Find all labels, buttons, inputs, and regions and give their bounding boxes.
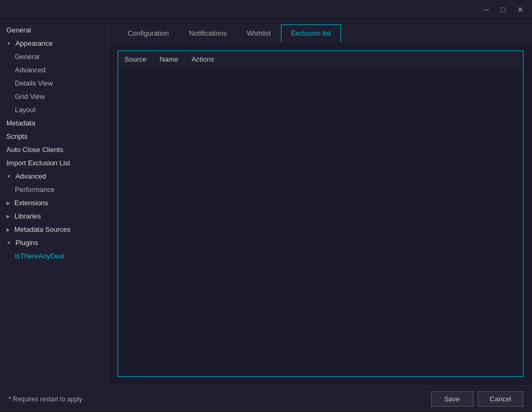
col-header-source[interactable]: Source	[118, 51, 153, 68]
tab-exclusion-list[interactable]: Exclusion list	[281, 24, 341, 42]
tab-notifications[interactable]: Notifications	[179, 24, 237, 42]
sidebar-item-general[interactable]: General	[0, 23, 109, 37]
sidebar-item-appearance-general[interactable]: General	[0, 50, 109, 63]
tab-content: SourceNameActions	[109, 42, 532, 385]
tabs-row: ConfigurationNotificationsWishlistExclus…	[109, 19, 532, 42]
restart-note: * Requires restart to apply	[9, 396, 82, 403]
exclusion-list-table: SourceNameActions	[118, 51, 523, 377]
sidebar-item-performance[interactable]: Performance	[0, 183, 109, 196]
tab-configuration[interactable]: Configuration	[118, 24, 179, 42]
col-header-actions[interactable]: Actions	[185, 51, 221, 68]
sidebar-item-isthereanyDeal[interactable]: IsThereAnyDeal	[0, 249, 109, 263]
col-header-name[interactable]: Name	[153, 51, 185, 68]
minimize-button[interactable]: ─	[479, 4, 494, 15]
maximize-button[interactable]: □	[496, 4, 511, 15]
close-button[interactable]: ✕	[513, 4, 528, 15]
right-panel: ConfigurationNotificationsWishlistExclus…	[109, 19, 532, 385]
sidebar-item-auto-close-clients[interactable]: Auto Close Clients	[0, 143, 109, 156]
sidebar-item-metadata[interactable]: Metadata	[0, 116, 109, 130]
sidebar: GeneralAppearanceGeneralAdvancedDetails …	[0, 19, 109, 385]
sidebar-item-appearance-layout[interactable]: Layout	[0, 103, 109, 116]
sidebar-item-plugins[interactable]: Plugins	[0, 236, 109, 249]
footer: * Requires restart to apply Save Cancel	[0, 385, 532, 412]
tab-wishlist[interactable]: Wishlist	[237, 24, 281, 42]
sidebar-item-extensions[interactable]: Extensions	[0, 196, 109, 209]
sidebar-item-appearance-details-view[interactable]: Details View	[0, 77, 109, 90]
sidebar-item-appearance-advanced[interactable]: Advanced	[0, 63, 109, 77]
sidebar-item-scripts[interactable]: Scripts	[0, 130, 109, 143]
sidebar-item-import-exclusion-list[interactable]: Import Exclusion List	[0, 156, 109, 170]
sidebar-item-appearance[interactable]: Appearance	[0, 37, 109, 50]
table-body	[118, 68, 523, 376]
sidebar-item-metadata-sources[interactable]: Metadata Sources	[0, 223, 109, 236]
sidebar-item-advanced[interactable]: Advanced	[0, 170, 109, 183]
table-header: SourceNameActions	[118, 51, 523, 68]
cancel-button[interactable]: Cancel	[478, 391, 523, 407]
title-bar: ─ □ ✕	[0, 0, 532, 19]
footer-buttons: Save Cancel	[431, 391, 523, 407]
main-content: GeneralAppearanceGeneralAdvancedDetails …	[0, 19, 532, 385]
sidebar-item-appearance-grid-view[interactable]: Grid View	[0, 90, 109, 103]
save-button[interactable]: Save	[431, 391, 473, 407]
sidebar-item-libraries[interactable]: Libraries	[0, 209, 109, 223]
